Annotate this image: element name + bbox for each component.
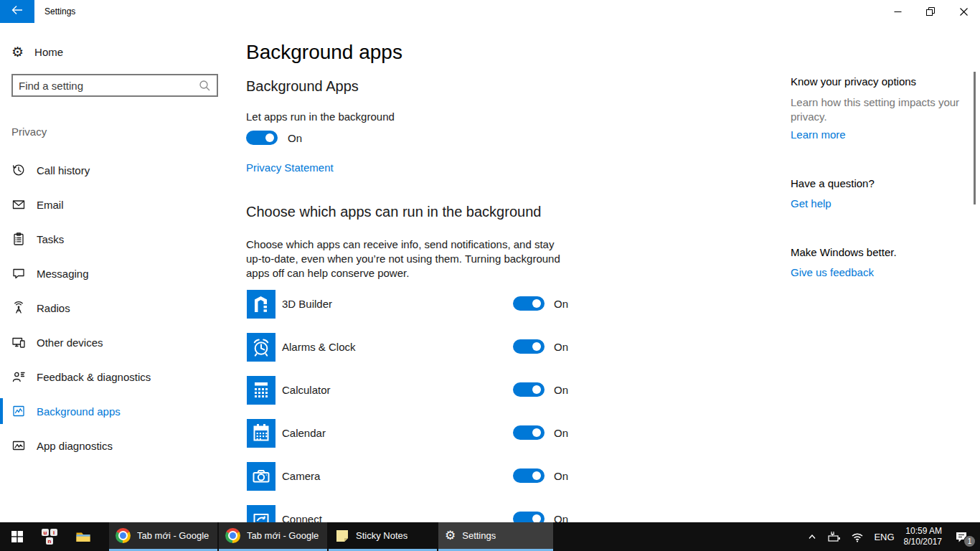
- search-icon: [199, 80, 211, 92]
- page-title: Background apps: [246, 41, 402, 64]
- taskbar-window-label: Settings: [462, 530, 496, 541]
- app-name: 3D Builder: [282, 298, 332, 310]
- search-box: [11, 74, 218, 97]
- app-toggle-state: On: [554, 470, 568, 482]
- clock-time: 10:59 AM: [904, 526, 942, 537]
- app-row-3d-builder: 3D Builder On: [246, 289, 583, 332]
- radios-icon: [11, 301, 26, 315]
- app-toggle-state: On: [554, 384, 568, 396]
- settings-gear-icon: ⚙: [445, 529, 456, 542]
- master-toggle-row: On: [246, 131, 302, 145]
- taskbar-window-settings[interactable]: ⚙ Settings: [438, 522, 553, 551]
- app-name: Alarms & Clock: [282, 341, 356, 353]
- titlebar: Settings: [0, 0, 980, 23]
- app-row-alarms-clock: Alarms & Clock On: [246, 332, 583, 375]
- tray-clock[interactable]: 10:59 AM 8/10/2017: [904, 526, 942, 547]
- give-feedback-link[interactable]: Give us feedback: [791, 266, 963, 278]
- scrollbar-thumb[interactable]: [974, 72, 976, 204]
- search-input[interactable]: [13, 80, 199, 92]
- tray-chevron-button[interactable]: [806, 531, 818, 542]
- app-toggle-state: On: [554, 298, 568, 310]
- app-toggle[interactable]: [513, 468, 545, 483]
- restore-icon: [926, 7, 935, 16]
- master-toggle[interactable]: [246, 131, 278, 145]
- choose-apps-description: Choose which apps can receive info, send…: [246, 237, 573, 281]
- app-name: Calendar: [282, 427, 326, 439]
- windows-logo-icon: [11, 531, 23, 542]
- sidebar-item-email[interactable]: Email: [0, 187, 246, 222]
- clock-date: 8/10/2017: [904, 537, 942, 547]
- sidebar-item-label: Radios: [37, 302, 70, 314]
- settings-window: Settings ⚙ Home Privacy: [0, 0, 980, 551]
- sidebar-item-label: Messaging: [37, 268, 89, 280]
- app-row-calculator: Calculator On: [246, 375, 583, 418]
- action-center-button[interactable]: 1: [954, 529, 969, 544]
- minimize-button[interactable]: [881, 0, 914, 23]
- app-toggle-state: On: [554, 341, 568, 353]
- maximize-button[interactable]: [914, 0, 947, 23]
- app-toggle[interactable]: [513, 382, 545, 397]
- chevron-up-icon: [806, 531, 818, 542]
- taskbar-window-sticky-notes[interactable]: Sticky Notes: [329, 522, 437, 551]
- sidebar-item-label: Call history: [37, 164, 90, 176]
- sidebar-item-radios[interactable]: Radios: [0, 291, 246, 325]
- sidebar-item-call-history[interactable]: Call history: [0, 153, 246, 187]
- app-row-camera: Camera On: [246, 461, 583, 504]
- have-question-heading: Have a question?: [791, 177, 963, 189]
- get-help-link[interactable]: Get help: [791, 197, 963, 209]
- taskbar-window-chrome-2[interactable]: Tab mới - Google C...: [219, 522, 327, 551]
- taskbar-window-chrome-1[interactable]: Tab mới - Google C...: [109, 522, 217, 551]
- sidebar-item-feedback-diagnostics[interactable]: Feedback & diagnostics: [0, 359, 246, 394]
- sidebar-item-label: Other devices: [37, 336, 103, 349]
- chrome-icon: [225, 528, 240, 543]
- wifi-icon: [850, 531, 864, 543]
- background-apps-heading: Background Apps: [246, 78, 359, 95]
- privacy-section-label: Privacy: [11, 126, 47, 138]
- taskbar-window-label: Tab mới - Google C...: [137, 530, 211, 541]
- sidebar-item-background-apps[interactable]: Background apps: [0, 394, 246, 428]
- unikey-button[interactable]: u i n: [34, 522, 66, 551]
- other-devices-icon: [11, 335, 26, 349]
- sidebar-item-home[interactable]: ⚙ Home: [11, 40, 63, 63]
- app-name: Calculator: [282, 384, 331, 396]
- app-diagnostics-icon: [11, 438, 26, 453]
- app-body: ⚙ Home Privacy Call history Email: [0, 23, 980, 522]
- calculator-app-icon: [247, 376, 275, 405]
- alarms-clock-app-icon: [247, 333, 275, 362]
- sidebar-item-messaging[interactable]: Messaging: [0, 256, 246, 291]
- camera-app-icon: [247, 462, 275, 491]
- app-toggle-state: On: [554, 427, 568, 439]
- back-button[interactable]: [0, 0, 34, 23]
- close-button[interactable]: [947, 0, 980, 23]
- sidebar-item-label: App diagnostics: [37, 440, 113, 452]
- sidebar-item-other-devices[interactable]: Other devices: [0, 325, 246, 359]
- feedback-icon: [11, 369, 26, 384]
- wifi-button[interactable]: [850, 531, 864, 543]
- chrome-icon: [116, 528, 131, 543]
- close-icon: [960, 8, 968, 16]
- app-toggle[interactable]: [513, 296, 545, 311]
- privacy-statement-link[interactable]: Privacy Statement: [246, 161, 334, 174]
- back-arrow-icon: [11, 5, 23, 18]
- email-icon: [11, 197, 26, 212]
- minimize-icon: [894, 8, 902, 16]
- file-explorer-button[interactable]: [66, 522, 100, 551]
- file-explorer-icon: [75, 528, 92, 545]
- learn-more-link[interactable]: Learn more: [791, 128, 963, 141]
- start-button[interactable]: [0, 522, 34, 551]
- window-controls: [881, 0, 980, 23]
- tasks-icon: [11, 232, 26, 246]
- gear-icon: ⚙: [11, 45, 24, 59]
- battery-button[interactable]: [827, 531, 841, 543]
- master-toggle-state: On: [288, 132, 302, 144]
- battery-charging-icon: [827, 531, 841, 543]
- app-name: Camera: [282, 470, 320, 482]
- main-content: Background apps Background Apps Let apps…: [246, 23, 791, 522]
- sidebar-item-app-diagnostics[interactable]: App diagnostics: [0, 428, 246, 463]
- home-label: Home: [34, 46, 63, 58]
- app-toggle[interactable]: [513, 425, 545, 440]
- background-apps-icon: [11, 404, 26, 418]
- language-indicator[interactable]: ENG: [874, 532, 894, 542]
- app-toggle[interactable]: [513, 339, 545, 354]
- sidebar-item-tasks[interactable]: Tasks: [0, 222, 246, 256]
